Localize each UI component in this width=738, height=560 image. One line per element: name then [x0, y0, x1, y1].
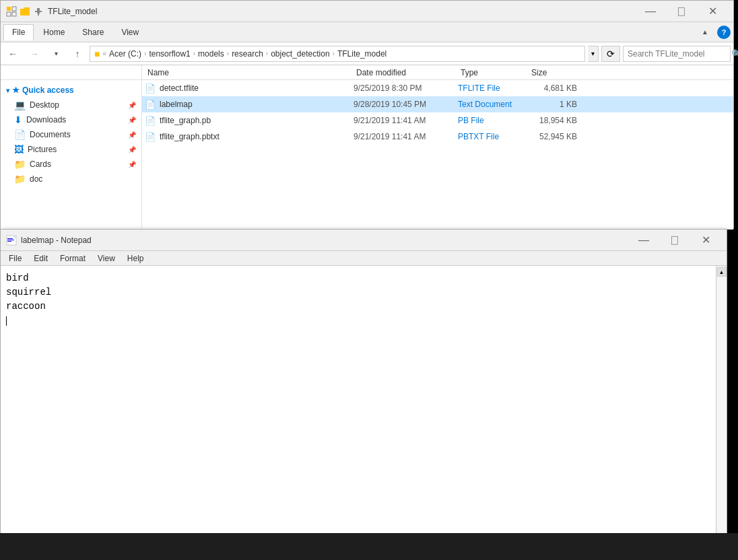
- file-size-labelmap: 1 KB: [529, 100, 582, 109]
- sidebar-item-doc[interactable]: 📁 doc: [1, 172, 141, 186]
- ribbon-tab-home[interactable]: Home: [35, 25, 73, 40]
- sidebar-item-documents[interactable]: 📄 Documents 📌: [1, 127, 141, 142]
- notepad-menu-file[interactable]: File: [3, 252, 27, 265]
- ribbon-collapse-button[interactable]: ▲: [696, 24, 714, 40]
- sidebar-spacer: [1, 65, 142, 79]
- sidebar: ▾ ★ Quick access 💻 Desktop 📌 ⬇ Downloads…: [1, 80, 142, 230]
- notepad-title: labelmap - Notepad: [21, 236, 628, 245]
- notepad-text-area[interactable]: bird squirrel raccoon: [1, 266, 716, 559]
- col-header-date[interactable]: Date modified: [354, 68, 458, 77]
- sidebar-item-pictures[interactable]: 🖼 Pictures 📌: [1, 142, 141, 157]
- table-row[interactable]: 📄 labelmap 9/28/2019 10:45 PM Text Docum…: [142, 96, 733, 112]
- file-name-pb: tflite_graph.pb: [160, 116, 211, 125]
- documents-icon: 📄: [14, 129, 26, 140]
- table-row[interactable]: 📄 tflite_graph.pb 9/21/2019 11:41 AM PB …: [142, 112, 733, 129]
- search-input[interactable]: [628, 49, 729, 59]
- notepad-content: bird squirrel raccoon ▲ ▼: [1, 266, 727, 559]
- ribbon-tab-view[interactable]: View: [113, 25, 147, 40]
- table-row[interactable]: 📄 tflite_graph.pbtxt 9/21/2019 11:41 AM …: [142, 129, 733, 145]
- notepad-menu-edit[interactable]: Edit: [28, 252, 53, 265]
- sidebar-item-documents-label: Documents: [30, 130, 71, 139]
- breadcrumb-research[interactable]: research: [232, 49, 263, 59]
- svg-rect-3: [12, 12, 16, 16]
- notepad-menu-help[interactable]: Help: [122, 252, 149, 265]
- quick-access-icon: [6, 6, 17, 17]
- file-type-labelmap: Text Document: [458, 100, 529, 109]
- explorer-title: TFLite_model: [48, 7, 635, 16]
- col-header-type[interactable]: Type: [458, 68, 529, 77]
- notepad-title-bar: labelmap - Notepad — ⎕ ✕: [1, 230, 727, 251]
- svg-rect-0: [7, 7, 11, 11]
- explorer-window: TFLite_model — ⎕ ✕ File Home Share View …: [0, 0, 734, 229]
- notepad-close-button[interactable]: ✕: [690, 230, 721, 251]
- scrollbar-up-arrow[interactable]: ▲: [717, 267, 727, 277]
- svg-rect-6: [38, 13, 39, 15]
- forward-button[interactable]: →: [25, 46, 44, 62]
- quick-access-chevron: ▾: [6, 87, 9, 94]
- pin-icon-downloads: 📌: [128, 116, 136, 124]
- sidebar-item-desktop[interactable]: 💻 Desktop 📌: [1, 98, 141, 112]
- file-size-pbtxt: 52,945 KB: [529, 132, 582, 141]
- col-header-size[interactable]: Size: [529, 68, 582, 77]
- pin-icon-pictures: 📌: [128, 146, 136, 153]
- sidebar-item-cards-label: Cards: [30, 160, 51, 169]
- file-icon-detect: 📄: [145, 83, 156, 94]
- file-type-pb: PB File: [458, 116, 529, 125]
- quick-access-header[interactable]: ▾ ★ Quick access: [1, 83, 141, 98]
- breadcrumb-tensorflow[interactable]: tensorflow1: [149, 49, 190, 59]
- explorer-close-button[interactable]: ✕: [697, 1, 728, 22]
- ribbon-help-button[interactable]: ?: [717, 26, 731, 39]
- content-area: ▾ ★ Quick access 💻 Desktop 📌 ⬇ Downloads…: [1, 80, 733, 230]
- cursor: [6, 316, 7, 326]
- breadcrumb-models[interactable]: models: [198, 49, 224, 59]
- svg-rect-10: [7, 241, 11, 242]
- title-bar-controls: — ⎕ ✕: [635, 1, 728, 22]
- sidebar-item-downloads[interactable]: ⬇ Downloads 📌: [1, 112, 141, 127]
- breadcrumb-object-detection[interactable]: object_detection: [271, 49, 329, 59]
- history-dropdown-button[interactable]: ▾: [46, 46, 65, 62]
- explorer-minimize-button[interactable]: —: [635, 1, 666, 22]
- notepad-menu-view[interactable]: View: [92, 252, 121, 265]
- address-folder-icon: ■: [94, 48, 100, 59]
- ribbon: File Home Share View ▲ ?: [1, 22, 733, 42]
- file-type-pbtxt: PBTXT File: [458, 132, 529, 141]
- svg-rect-2: [7, 12, 11, 16]
- search-box[interactable]: 🔍: [623, 46, 731, 62]
- explorer-title-bar: TFLite_model — ⎕ ✕: [1, 1, 733, 22]
- sidebar-item-cards[interactable]: 📁 Cards 📌: [1, 157, 141, 172]
- breadcrumb-tflite-model[interactable]: TFLite_model: [337, 49, 387, 59]
- address-dropdown-button[interactable]: ▾: [588, 46, 599, 62]
- explorer-restore-button[interactable]: ⎕: [666, 1, 697, 22]
- refresh-button[interactable]: ⟳: [601, 46, 620, 62]
- svg-rect-8: [7, 238, 13, 239]
- col-headers-row: Name Date modified Type Size: [142, 65, 733, 79]
- file-date-pb: 9/21/2019 11:41 AM: [354, 116, 458, 125]
- table-row[interactable]: 📄 detect.tflite 9/25/2019 8:30 PM TFLITE…: [142, 80, 733, 96]
- up-button[interactable]: ↑: [68, 46, 87, 62]
- file-icon-pbtxt: 📄: [145, 132, 156, 142]
- back-button[interactable]: ←: [3, 46, 22, 62]
- doc-folder-icon: 📁: [14, 174, 26, 184]
- sidebar-item-downloads-label: Downloads: [26, 115, 66, 125]
- col-header-name[interactable]: Name: [145, 68, 354, 77]
- ribbon-tab-file[interactable]: File: [3, 24, 34, 40]
- desktop-icon: 💻: [14, 100, 26, 110]
- folder-titlebar-icon: [20, 6, 30, 17]
- notepad-app-icon: [6, 235, 17, 246]
- breadcrumb-acer[interactable]: Acer (C:): [109, 49, 141, 59]
- cards-folder-icon: 📁: [14, 159, 26, 170]
- notepad-title-controls: — ⎕ ✕: [628, 230, 721, 251]
- title-bar-icons: [6, 6, 44, 17]
- pin-icon-documents: 📌: [128, 131, 136, 139]
- scrollbar-track[interactable]: [717, 277, 727, 549]
- notepad-menu-format[interactable]: Format: [55, 252, 91, 265]
- notepad-minimize-button[interactable]: —: [628, 230, 659, 251]
- column-headers: Name Date modified Type Size: [1, 65, 733, 80]
- ribbon-tab-share[interactable]: Share: [74, 25, 112, 40]
- notepad-menu: File Edit Format View Help: [1, 251, 727, 266]
- pictures-icon: 🖼: [14, 144, 24, 155]
- address-path[interactable]: ■ « Acer (C:) › tensorflow1 › models › r…: [90, 46, 585, 62]
- notepad-restore-button[interactable]: ⎕: [659, 230, 690, 251]
- notepad-window: labelmap - Notepad — ⎕ ✕ File Edit Forma…: [0, 229, 727, 559]
- sidebar-item-pictures-label: Pictures: [28, 145, 57, 154]
